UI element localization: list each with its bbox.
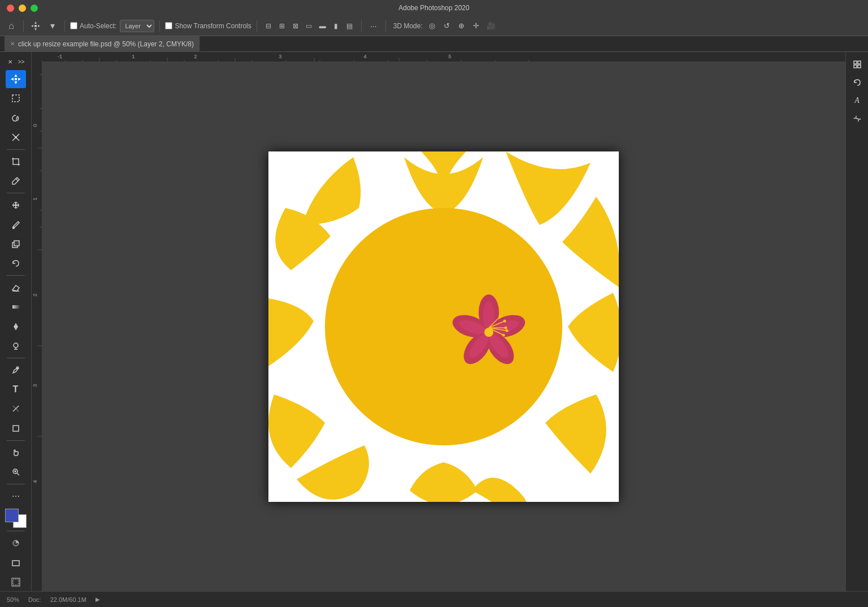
main-area: ✕ >> bbox=[0, 52, 868, 591]
svg-rect-94 bbox=[854, 65, 857, 68]
svg-point-89 bbox=[502, 334, 505, 337]
3d-mode-icons: ◎ ↺ ⊕ ✛ 🎥 bbox=[426, 20, 497, 32]
clone-tool-btn[interactable] bbox=[6, 235, 26, 253]
left-toolbar: ✕ >> bbox=[0, 52, 32, 591]
panel-expand-btn[interactable]: >> bbox=[16, 57, 27, 67]
close-button[interactable] bbox=[7, 5, 14, 12]
maximize-button[interactable] bbox=[31, 5, 38, 12]
svg-text:4: 4 bbox=[32, 480, 38, 483]
title-bar: Adobe Photoshop 2020 bbox=[0, 0, 868, 16]
3d-rotate-btn[interactable]: ◎ bbox=[426, 20, 439, 32]
zoom-tool-btn[interactable] bbox=[6, 463, 26, 481]
move-tool-btn[interactable] bbox=[6, 70, 26, 88]
align-hcenter-btn[interactable]: ▬ bbox=[316, 20, 329, 32]
svg-point-11 bbox=[15, 326, 16, 327]
tab-title: click up resize example file.psd @ 50% (… bbox=[18, 40, 194, 48]
svg-text:2: 2 bbox=[194, 54, 197, 59]
document-tab[interactable]: ✕ click up resize example file.psd @ 50%… bbox=[5, 36, 200, 52]
svg-rect-2 bbox=[12, 95, 19, 102]
svg-text:2: 2 bbox=[32, 293, 38, 296]
svg-rect-1 bbox=[15, 78, 17, 80]
hand-tool-btn[interactable] bbox=[6, 444, 26, 462]
svg-line-4 bbox=[16, 179, 18, 181]
move-tool-options-icon[interactable] bbox=[29, 19, 42, 33]
svg-rect-23 bbox=[13, 579, 19, 585]
lasso-tool-btn[interactable] bbox=[6, 109, 26, 127]
layer-select[interactable]: Layer Group bbox=[120, 20, 154, 32]
zoom-level: 50% bbox=[7, 596, 19, 603]
auto-select-label: Auto-Select: bbox=[80, 22, 116, 30]
artwork-svg bbox=[268, 151, 619, 502]
panel-close-btn[interactable]: ✕ bbox=[5, 57, 15, 67]
shape-tool-btn[interactable] bbox=[6, 419, 26, 437]
blur-tool-btn[interactable] bbox=[6, 317, 26, 335]
3d-scale-btn[interactable]: 🎥 bbox=[485, 20, 497, 32]
magic-wand-tool-btn[interactable] bbox=[6, 128, 26, 146]
align-left-btn[interactable]: ▭ bbox=[303, 20, 315, 32]
rect-select-tool-btn[interactable] bbox=[6, 89, 26, 107]
3d-mode-label: 3D Mode: bbox=[393, 22, 423, 30]
show-transform-checkbox[interactable] bbox=[165, 22, 172, 29]
quick-mask-btn[interactable] bbox=[6, 534, 26, 552]
properties-btn[interactable] bbox=[849, 57, 865, 72]
tab-close-btn[interactable]: ✕ bbox=[10, 41, 15, 47]
history-brush-btn[interactable] bbox=[6, 254, 26, 272]
svg-text:3: 3 bbox=[279, 54, 281, 59]
svg-rect-53 bbox=[32, 52, 42, 591]
foreground-color[interactable] bbox=[5, 509, 19, 522]
right-panel: A bbox=[845, 52, 868, 591]
status-arrow[interactable]: ▶ bbox=[96, 596, 100, 602]
dodge-tool-btn[interactable] bbox=[6, 337, 26, 355]
path-select-btn[interactable] bbox=[6, 400, 26, 418]
doc-size: 22.0M/60.1M bbox=[50, 596, 86, 603]
crop-tool-btn[interactable] bbox=[6, 153, 26, 171]
3d-slide-btn[interactable]: ✛ bbox=[470, 20, 483, 32]
3d-pan-btn[interactable]: ⊕ bbox=[455, 20, 468, 32]
align-buttons: ⊟ ⊞ ⊠ ▭ ▬ ▮ ▤ bbox=[262, 20, 356, 32]
color-swatches[interactable] bbox=[5, 509, 27, 528]
svg-rect-10 bbox=[12, 305, 19, 309]
more-options-button[interactable]: ··· bbox=[367, 19, 380, 33]
svg-point-91 bbox=[506, 329, 509, 332]
history-panel-btn[interactable] bbox=[849, 75, 865, 90]
status-bar: 50% Doc: 22.0M/60.1M ▶ bbox=[0, 591, 868, 607]
svg-point-6 bbox=[12, 227, 14, 228]
brush-tool-btn[interactable] bbox=[6, 215, 26, 233]
tool-sep-3 bbox=[7, 275, 25, 276]
document-canvas[interactable] bbox=[42, 62, 845, 591]
canvas-content[interactable] bbox=[268, 151, 619, 502]
artboard-btn[interactable] bbox=[6, 573, 26, 591]
canvas-area[interactable]: -1 1 2 3 4 5 bbox=[32, 52, 845, 591]
align-top-btn[interactable]: ⊟ bbox=[262, 20, 275, 32]
align-vcenter-btn[interactable]: ⊞ bbox=[276, 20, 288, 32]
svg-text:3: 3 bbox=[32, 384, 38, 387]
adjustments-btn[interactable] bbox=[849, 111, 865, 127]
tool-sep-4 bbox=[7, 358, 25, 358]
auto-select-checkbox[interactable] bbox=[70, 22, 77, 29]
typography-btn[interactable]: A bbox=[849, 93, 865, 109]
tool-sep-6 bbox=[7, 484, 25, 484]
home-icon[interactable]: ⌂ bbox=[5, 19, 18, 33]
separator3 bbox=[159, 20, 160, 32]
minimize-button[interactable] bbox=[19, 5, 26, 12]
tool-sep-7 bbox=[7, 531, 25, 531]
align-bottom-btn[interactable]: ⊠ bbox=[289, 20, 302, 32]
show-transform-wrap: Show Transform Controls bbox=[165, 22, 251, 30]
svg-rect-93 bbox=[858, 61, 861, 64]
pen-tool-btn[interactable] bbox=[6, 361, 26, 379]
3d-roll-btn[interactable]: ↺ bbox=[441, 20, 453, 32]
distribute-btn[interactable]: ▤ bbox=[344, 20, 356, 32]
type-tool-btn[interactable]: T bbox=[6, 380, 26, 398]
extras-btn[interactable]: ⋯ bbox=[6, 487, 26, 505]
svg-line-18 bbox=[17, 473, 19, 475]
app-title: Adobe Photoshop 2020 bbox=[398, 4, 469, 12]
eyedropper-tool-btn[interactable] bbox=[6, 172, 26, 190]
move-tool-arrow-icon[interactable]: ▾ bbox=[46, 19, 59, 33]
align-right-btn[interactable]: ▮ bbox=[330, 20, 342, 32]
heal-tool-btn[interactable] bbox=[6, 196, 26, 214]
screen-mode-btn[interactable] bbox=[6, 553, 26, 571]
eraser-tool-btn[interactable] bbox=[6, 279, 26, 297]
ruler-left-svg: 0 1 2 3 4 bbox=[32, 52, 42, 591]
ruler-top-svg: -1 1 2 3 4 5 bbox=[32, 52, 845, 62]
gradient-tool-btn[interactable] bbox=[6, 298, 26, 316]
